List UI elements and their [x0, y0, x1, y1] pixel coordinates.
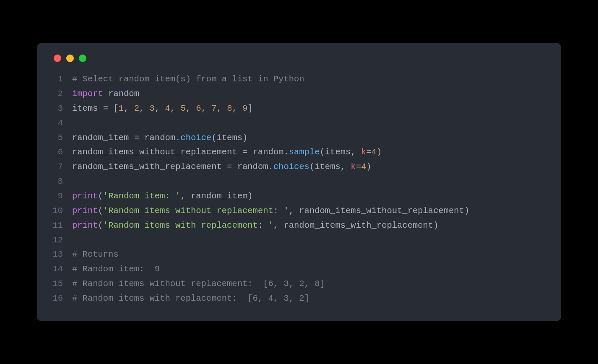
token: choices	[273, 162, 309, 172]
token: 2	[134, 104, 139, 113]
code-line[interactable]: 14# Random item: 9	[52, 262, 546, 277]
line-content[interactable]: random_item = random.choice(items)	[72, 131, 247, 146]
line-number: 8	[52, 174, 72, 189]
code-line[interactable]: 2import random	[52, 87, 546, 101]
close-icon[interactable]	[54, 55, 61, 62]
token: random	[237, 162, 268, 172]
token: (items,	[309, 162, 351, 172]
line-number: 13	[52, 247, 72, 262]
line-content[interactable]: import random	[72, 87, 139, 101]
token: (items,	[320, 147, 361, 157]
code-line[interactable]: 1# Select random item(s) from a list in …	[52, 72, 546, 87]
code-line[interactable]: 13# Returns	[52, 247, 546, 262]
code-line[interactable]: 3items = [1, 2, 3, 4, 5, 6, 7, 8, 9]	[52, 101, 546, 116]
token: , random_items_without_replacement)	[289, 206, 470, 216]
code-line[interactable]: 6random_items_without_replacement = rand…	[52, 145, 546, 160]
token: , random_item)	[180, 191, 252, 201]
token	[103, 89, 108, 99]
token: =	[356, 162, 361, 172]
line-number: 1	[52, 72, 72, 87]
line-content[interactable]: # Random items without replacement: [6, …	[72, 277, 325, 291]
token: (items)	[211, 133, 247, 143]
line-number: 2	[52, 87, 72, 101]
line-number: 7	[52, 160, 72, 174]
line-number: 10	[52, 204, 72, 218]
line-number: 4	[52, 116, 72, 131]
token: sample	[289, 147, 320, 157]
token: 1	[119, 104, 124, 113]
token: # Select random item(s) from a list in P…	[72, 74, 304, 84]
token: 7	[211, 104, 216, 113]
token: # Returns	[72, 250, 119, 259]
token: k	[361, 147, 366, 157]
token: ,	[155, 104, 165, 113]
token: =	[242, 147, 253, 157]
token: =	[366, 147, 371, 157]
code-line[interactable]: 4	[52, 116, 546, 131]
token: =	[134, 133, 145, 143]
line-number: 11	[52, 218, 72, 233]
token: print	[72, 221, 98, 230]
token: 'Random item: '	[103, 191, 181, 201]
code-line[interactable]: 7random_items_with_replacement = random.…	[52, 160, 546, 174]
code-line[interactable]: 8	[52, 174, 546, 189]
line-number: 14	[52, 262, 72, 277]
minimize-icon[interactable]	[66, 55, 74, 62]
token: 'Random items with replacement: '	[103, 221, 273, 230]
token: 6	[196, 104, 201, 113]
token: ,	[170, 104, 181, 113]
line-number: 15	[52, 277, 72, 291]
line-content[interactable]	[72, 116, 77, 131]
titlebar	[52, 55, 546, 62]
token: )	[377, 147, 382, 157]
zoom-icon[interactable]	[79, 55, 86, 62]
token: =	[227, 162, 237, 172]
code-line[interactable]: 16# Random items with replacement: [6, 4…	[52, 291, 546, 306]
token: 8	[227, 104, 232, 113]
token: choice	[180, 133, 211, 143]
code-line[interactable]: 11print('Random items with replacement: …	[52, 218, 546, 233]
line-content[interactable]: random_items_with_replacement = random.c…	[72, 160, 372, 174]
code-window: 1# Select random item(s) from a list in …	[37, 43, 561, 321]
line-content[interactable]	[72, 174, 77, 189]
token: # Random items without replacement: [6, …	[72, 279, 325, 289]
token: 4	[361, 162, 366, 172]
token: print	[72, 206, 98, 216]
line-content[interactable]: # Random items with replacement: [6, 4, …	[72, 291, 309, 306]
token: ]	[247, 104, 252, 113]
token: # Random item: 9	[72, 264, 160, 274]
token: )	[366, 162, 371, 172]
line-content[interactable]: items = [1, 2, 3, 4, 5, 6, 7, 8, 9]	[72, 101, 253, 116]
code-line[interactable]: 5random_item = random.choice(items)	[52, 131, 546, 146]
line-number: 12	[52, 233, 72, 248]
token: 5	[180, 104, 185, 113]
code-line[interactable]: 10print('Random items without replacemen…	[52, 204, 546, 218]
line-content[interactable]: # Select random item(s) from a list in P…	[72, 72, 304, 87]
line-content[interactable]: # Returns	[72, 247, 119, 262]
line-content[interactable]: print('Random item: ', random_item)	[72, 189, 253, 204]
code-editor[interactable]: 1# Select random item(s) from a list in …	[52, 72, 546, 306]
code-line[interactable]: 9print('Random item: ', random_item)	[52, 189, 546, 204]
token: ,	[186, 104, 196, 113]
token: .	[283, 147, 289, 157]
token: ,	[124, 104, 134, 113]
token: random_item	[72, 133, 134, 143]
token: 3	[150, 104, 155, 113]
token: print	[72, 191, 98, 201]
token: (	[98, 191, 103, 201]
code-line[interactable]: 15# Random items without replacement: [6…	[52, 277, 546, 291]
line-content[interactable]	[72, 233, 77, 248]
token: import	[72, 89, 103, 99]
line-content[interactable]: random_items_without_replacement = rando…	[72, 145, 382, 160]
line-number: 3	[52, 101, 72, 116]
line-content[interactable]: print('Random items with replacement: ',…	[72, 218, 438, 233]
line-content[interactable]: print('Random items without replacement:…	[72, 204, 469, 218]
token: 9	[242, 104, 247, 113]
token: random_items_with_replacement	[72, 162, 227, 172]
token: .	[268, 162, 273, 172]
token: random	[108, 89, 139, 99]
code-line[interactable]: 12	[52, 233, 546, 248]
token: ,	[139, 104, 150, 113]
line-content[interactable]: # Random item: 9	[72, 262, 160, 277]
token: , random_items_with_replacement)	[273, 221, 439, 230]
